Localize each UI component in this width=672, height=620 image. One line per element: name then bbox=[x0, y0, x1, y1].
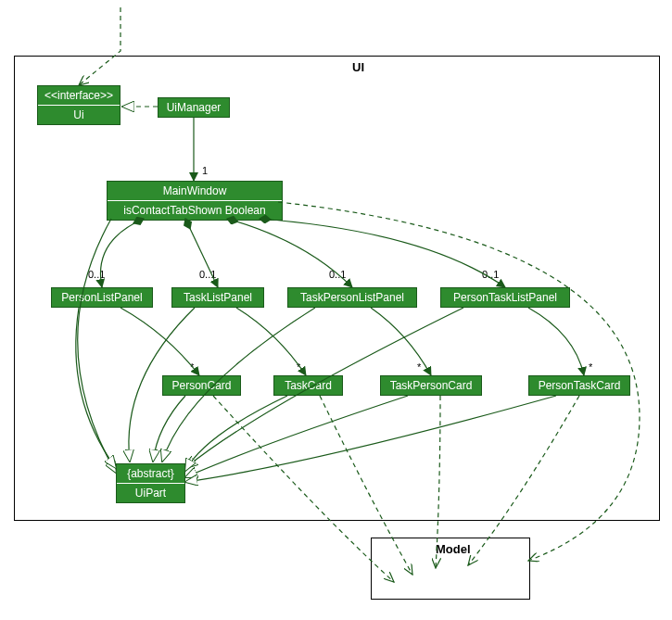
mult-tplp: 0..1 bbox=[329, 269, 346, 280]
mult-ptlp: 0..1 bbox=[482, 269, 499, 280]
class-person-list-panel: PersonListPanel bbox=[51, 287, 153, 308]
task-card-name: TaskCard bbox=[274, 376, 342, 395]
mult-mainwindow: 1 bbox=[202, 165, 208, 176]
class-task-person-list-panel: TaskPersonListPanel bbox=[287, 287, 417, 308]
mult-ptc: * bbox=[589, 361, 592, 373]
class-person-task-card: PersonTaskCard bbox=[528, 375, 630, 396]
mult-tc: * bbox=[297, 361, 300, 373]
ui-manager-name: UiManager bbox=[158, 98, 229, 117]
package-ui-label: UI bbox=[352, 60, 364, 74]
person-card-name: PersonCard bbox=[163, 376, 240, 395]
ui-part-name: UiPart bbox=[117, 484, 184, 502]
ui-part-stereotype: {abstract} bbox=[117, 464, 184, 484]
class-task-card: TaskCard bbox=[273, 375, 343, 396]
task-person-list-panel-name: TaskPersonListPanel bbox=[288, 288, 416, 307]
class-ui-manager: UiManager bbox=[158, 97, 230, 118]
class-main-window: MainWindow isContactTabShown Boolean bbox=[107, 181, 283, 221]
class-person-task-list-panel: PersonTaskListPanel bbox=[440, 287, 570, 308]
ui-name: Ui bbox=[38, 106, 120, 124]
task-list-panel-name: TaskListPanel bbox=[172, 288, 263, 307]
package-model-label: Model bbox=[436, 542, 471, 556]
task-person-card-name: TaskPersonCard bbox=[381, 376, 481, 395]
main-window-attr: isContactTabShown Boolean bbox=[108, 201, 282, 220]
person-list-panel-name: PersonListPanel bbox=[52, 288, 152, 307]
mult-pc: * bbox=[190, 361, 194, 373]
ui-stereotype: <<interface>> bbox=[38, 86, 120, 106]
class-person-card: PersonCard bbox=[162, 375, 241, 396]
person-task-list-panel-name: PersonTaskListPanel bbox=[441, 288, 569, 307]
main-window-name: MainWindow bbox=[108, 182, 282, 201]
person-task-card-name: PersonTaskCard bbox=[529, 376, 629, 395]
mult-tlp: 0..1 bbox=[199, 269, 216, 280]
class-ui-interface: <<interface>> Ui bbox=[37, 85, 120, 125]
class-task-list-panel: TaskListPanel bbox=[171, 287, 264, 308]
class-ui-part: {abstract} UiPart bbox=[116, 463, 185, 503]
class-task-person-card: TaskPersonCard bbox=[380, 375, 482, 396]
mult-tpc: * bbox=[417, 361, 421, 373]
mult-plp: 0..1 bbox=[88, 269, 105, 280]
